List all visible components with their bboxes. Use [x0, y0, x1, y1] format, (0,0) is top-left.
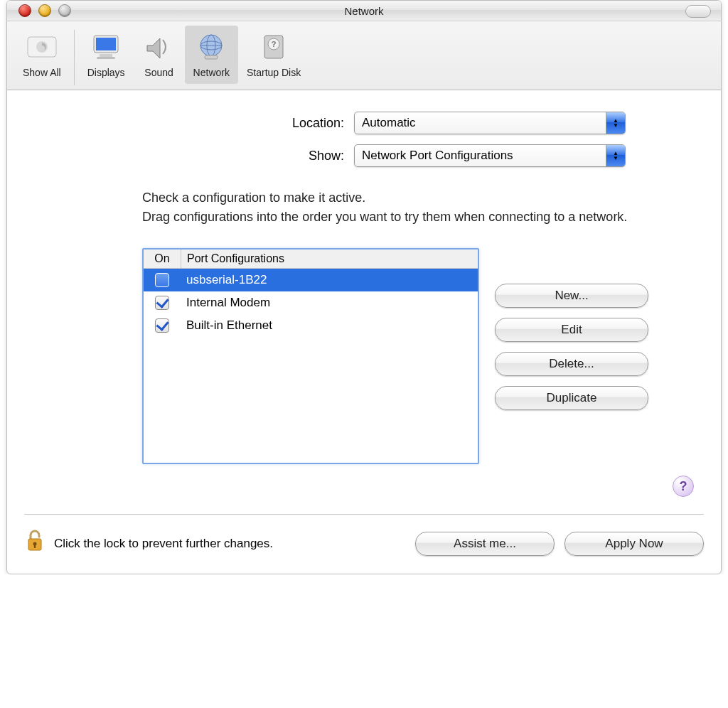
header-port-configurations[interactable]: Port Configurations [181, 250, 478, 268]
lock-icon[interactable] [24, 529, 46, 558]
header-on[interactable]: On [144, 250, 181, 268]
port-name: Built-in Ethernet [181, 318, 478, 333]
portbox-rows: usbserial-1B22 Internal Modem Built-in E… [144, 269, 478, 463]
toolbar-startup-disk[interactable]: ? Startup Disk [238, 26, 309, 84]
help-button[interactable]: ? [673, 476, 694, 497]
footer: Click the lock to prevent further change… [7, 519, 721, 574]
toolbar-show-all-label: Show All [23, 67, 61, 78]
toolbar-network[interactable]: Network [185, 26, 238, 84]
checkbox-internal-modem[interactable] [155, 296, 169, 310]
show-popup[interactable]: Network Port Configurations ▲▼ [354, 144, 626, 167]
port-name: Internal Modem [181, 296, 478, 310]
new-button[interactable]: New... [495, 284, 648, 308]
popup-arrows-icon: ▲▼ [606, 112, 625, 134]
toolbar-show-all[interactable]: Show All [14, 26, 70, 84]
checkbox-usbserial[interactable] [155, 273, 169, 287]
show-value: Network Port Configurations [362, 149, 513, 163]
svg-rect-16 [34, 545, 36, 548]
location-popup[interactable]: Automatic ▲▼ [354, 112, 626, 134]
toolbar: Show All Displays [7, 21, 721, 90]
instructions-text: Check a configuration to make it active.… [142, 188, 640, 227]
window-title: Network [7, 5, 721, 17]
port-name: usbserial-1B22 [181, 273, 478, 287]
toolbar-displays[interactable]: Displays [79, 26, 134, 84]
svg-rect-10 [205, 55, 218, 59]
popup-arrows-icon: ▲▼ [606, 145, 625, 166]
delete-button[interactable]: Delete... [495, 352, 648, 376]
startup-disk-icon: ? [257, 30, 291, 64]
location-value: Automatic [362, 116, 416, 130]
toolbar-displays-label: Displays [87, 67, 125, 78]
displays-icon [89, 30, 123, 64]
side-buttons: New... Edit Delete... Duplicate [495, 284, 648, 410]
port-row-usbserial[interactable]: usbserial-1B22 [144, 269, 478, 291]
toolbar-toggle-button[interactable] [685, 5, 711, 18]
svg-rect-4 [100, 54, 112, 57]
toolbar-sound-label: Sound [144, 67, 173, 78]
port-row-builtin-ethernet[interactable]: Built-in Ethernet [144, 314, 478, 337]
content-area: Location: Automatic ▲▼ Show: Network Por… [7, 90, 721, 510]
sound-icon [142, 30, 176, 64]
lock-text: Click the lock to prevent further change… [54, 537, 273, 551]
titlebar: Network [7, 1, 721, 21]
svg-text:?: ? [272, 40, 277, 48]
toolbar-network-label: Network [193, 67, 230, 78]
separator [24, 514, 704, 515]
port-configurations-box: On Port Configurations usbserial-1B22 In… [142, 248, 479, 464]
apply-now-button[interactable]: Apply Now [564, 532, 704, 556]
toolbar-startup-disk-label: Startup Disk [247, 67, 301, 78]
portbox-header: On Port Configurations [144, 250, 478, 269]
location-label: Location: [102, 116, 354, 131]
checkbox-builtin-ethernet[interactable] [155, 318, 169, 333]
network-icon [194, 30, 228, 64]
network-preferences-window: Network Show All [6, 0, 722, 574]
toolbar-sound[interactable]: Sound [134, 26, 185, 84]
port-row-internal-modem[interactable]: Internal Modem [144, 291, 478, 314]
show-all-icon [25, 30, 59, 64]
svg-rect-3 [96, 38, 116, 50]
duplicate-button[interactable]: Duplicate [495, 386, 648, 410]
assist-me-button[interactable]: Assist me... [415, 532, 555, 556]
edit-button[interactable]: Edit [495, 318, 648, 342]
show-label: Show: [102, 149, 354, 163]
svg-rect-5 [97, 57, 115, 59]
toolbar-divider [74, 30, 75, 85]
